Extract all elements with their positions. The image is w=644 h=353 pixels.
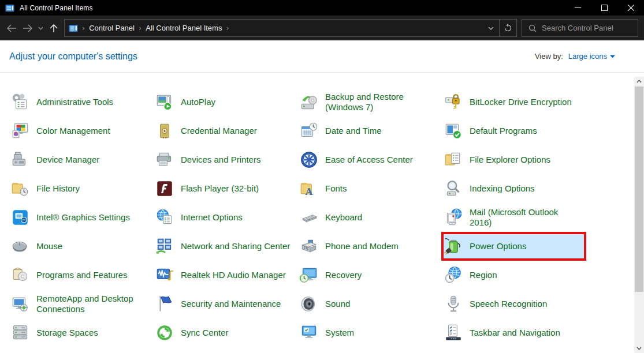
control-panel-item[interactable]: Internet Options bbox=[152, 203, 297, 232]
intel-graphics-icon bbox=[10, 208, 30, 227]
control-panel-item[interactable]: File History bbox=[8, 174, 152, 203]
close-button[interactable] bbox=[617, 0, 644, 16]
control-panel-item[interactable]: Realtek HD Audio Manager bbox=[152, 261, 297, 290]
control-panel-item[interactable]: Device Manager bbox=[8, 145, 152, 174]
minimize-button[interactable] bbox=[564, 0, 591, 16]
item-label: Indexing Options bbox=[470, 183, 535, 194]
control-panel-item[interactable]: Color Management bbox=[8, 117, 152, 145]
address-bar[interactable]: ›Control Panel›All Control Panel Items› bbox=[64, 19, 517, 37]
item-label: Fonts bbox=[325, 183, 347, 194]
item-label: Internet Options bbox=[181, 212, 243, 223]
control-panel-item[interactable]: Programs and Features bbox=[8, 261, 152, 290]
sound-icon bbox=[299, 294, 319, 314]
control-panel-item[interactable]: Taskbar and Navigation bbox=[441, 318, 586, 347]
item-label: Taskbar and Navigation bbox=[470, 328, 560, 338]
recovery-icon bbox=[299, 265, 319, 285]
page-header: Adjust your computer's settings View by:… bbox=[0, 40, 644, 73]
breadcrumb-chevron-icon[interactable]: › bbox=[222, 24, 233, 32]
remoteapp-icon bbox=[10, 294, 30, 314]
control-panel-item[interactable]: Storage Spaces bbox=[8, 318, 152, 347]
item-label: Realtek HD Audio Manager bbox=[181, 270, 286, 280]
refresh-button[interactable] bbox=[500, 20, 516, 36]
control-panel-item-selected[interactable]: Power Options bbox=[441, 232, 586, 261]
control-panel-item[interactable]: BitLocker Drive Encryption bbox=[441, 88, 586, 117]
window-title: All Control Panel Items bbox=[20, 4, 93, 12]
search-icon bbox=[528, 24, 537, 32]
control-panel-item[interactable]: Recovery bbox=[297, 261, 441, 290]
up-button[interactable] bbox=[46, 20, 62, 37]
svg-text:A: A bbox=[305, 186, 313, 197]
item-label: Region bbox=[470, 270, 497, 280]
item-label: Devices and Printers bbox=[181, 155, 260, 165]
control-panel-icon bbox=[69, 24, 78, 33]
control-panel-item[interactable]: Network and Sharing Center bbox=[152, 232, 297, 261]
address-dropdown-button[interactable] bbox=[482, 20, 499, 36]
control-panel-item[interactable]: Administrative Tools bbox=[8, 88, 152, 117]
control-panel-item[interactable]: Mail (Microsoft Outlook 2016) bbox=[441, 203, 586, 232]
page-title: Adjust your computer's settings bbox=[9, 51, 137, 62]
control-panel-item[interactable]: Default Programs bbox=[441, 117, 586, 145]
control-panel-item[interactable]: Devices and Printers bbox=[152, 145, 297, 174]
chevron-down-icon bbox=[38, 27, 43, 30]
control-panel-item[interactable]: Keyboard bbox=[297, 203, 441, 232]
view-by-value: Large icons bbox=[568, 52, 607, 61]
scroll-up-button[interactable] bbox=[634, 77, 644, 86]
item-label: Sync Center bbox=[181, 328, 229, 338]
navigation-bar: ›Control Panel›All Control Panel Items› … bbox=[0, 16, 644, 40]
view-by-dropdown[interactable]: Large icons bbox=[568, 52, 615, 61]
item-label: Mail (Microsoft Outlook 2016) bbox=[470, 207, 579, 228]
control-panel-item[interactable]: Flash Player (32-bit) bbox=[152, 174, 297, 203]
item-label: RemoteApp and Desktop Connections bbox=[36, 294, 146, 314]
control-panel-item[interactable]: Mouse bbox=[8, 232, 152, 261]
control-panel-item[interactable]: Region bbox=[441, 261, 586, 290]
control-panel-item[interactable]: Indexing Options bbox=[441, 174, 586, 203]
forward-arrow-icon bbox=[23, 24, 33, 32]
item-label: Security and Maintenance bbox=[181, 299, 281, 309]
security-maintenance-icon bbox=[155, 294, 174, 314]
item-label: File History bbox=[36, 183, 80, 194]
chevron-down-icon bbox=[488, 27, 494, 30]
control-panel-item[interactable]: A Fonts bbox=[297, 174, 441, 203]
control-panel-item[interactable]: Sound bbox=[297, 290, 441, 318]
item-label: System bbox=[325, 328, 354, 338]
item-label: Mouse bbox=[36, 241, 62, 251]
control-panel-item[interactable]: Intel® Graphics Settings bbox=[8, 203, 152, 232]
scroll-down-button[interactable] bbox=[634, 344, 644, 353]
region-icon bbox=[444, 265, 463, 285]
control-panel-item[interactable]: Phone and Modem bbox=[297, 232, 441, 261]
back-button[interactable] bbox=[3, 20, 20, 37]
refresh-icon bbox=[504, 24, 512, 32]
breadcrumb-chevron-icon[interactable]: › bbox=[135, 24, 146, 32]
breadcrumb-item[interactable]: All Control Panel Items bbox=[146, 24, 222, 32]
control-panel-item[interactable]: System bbox=[297, 318, 441, 347]
admin-tools-icon bbox=[10, 92, 30, 112]
breadcrumb-item[interactable]: Control Panel bbox=[89, 24, 135, 32]
control-panel-item[interactable]: Credential Manager bbox=[152, 117, 297, 145]
control-panel-item[interactable]: RemoteApp and Desktop Connections bbox=[8, 290, 152, 318]
recent-pages-button[interactable] bbox=[36, 20, 46, 37]
breadcrumb-chevron-icon[interactable]: › bbox=[78, 24, 89, 32]
internet-options-icon bbox=[155, 208, 174, 227]
close-icon bbox=[628, 5, 634, 11]
item-label: Administrative Tools bbox=[36, 97, 113, 107]
control-panel-item[interactable]: Security and Maintenance bbox=[152, 290, 297, 318]
maximize-button[interactable] bbox=[591, 0, 617, 16]
control-panel-item[interactable]: File Explorer Options bbox=[441, 145, 586, 174]
scrollbar[interactable] bbox=[634, 77, 644, 353]
backup-restore-icon bbox=[299, 92, 319, 112]
mouse-icon bbox=[10, 236, 30, 256]
item-label: Color Management bbox=[36, 126, 110, 136]
control-panel-item[interactable]: Date and Time bbox=[297, 117, 441, 145]
speech-recognition-icon bbox=[444, 294, 463, 314]
control-panel-item[interactable]: Ease of Access Center bbox=[297, 145, 441, 174]
item-label: BitLocker Drive Encryption bbox=[470, 97, 572, 107]
control-panel-item[interactable]: Sync Center bbox=[152, 318, 297, 347]
control-panel-item[interactable]: Backup and Restore (Windows 7) bbox=[297, 88, 441, 117]
forward-button[interactable] bbox=[20, 20, 36, 37]
search-box[interactable]: Search Control Panel bbox=[522, 19, 638, 37]
control-panel-item[interactable]: AutoPlay bbox=[152, 88, 297, 117]
control-panel-item[interactable]: Speech Recognition bbox=[441, 290, 586, 318]
network-sharing-icon bbox=[155, 236, 174, 256]
scrollbar-thumb[interactable] bbox=[635, 87, 643, 292]
control-panel-items-grid: Administrative Tools AutoPlay Backup and… bbox=[8, 88, 586, 347]
